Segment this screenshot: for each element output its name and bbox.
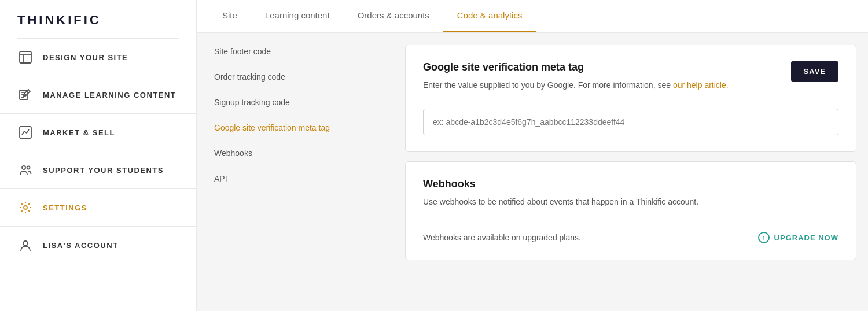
- card-header-row: Google site verification meta tag Enter …: [423, 61, 838, 103]
- sidebar-label-support: SUPPORT YOUR STUDENTS: [43, 166, 164, 175]
- tab-code-analytics[interactable]: Code & analytics: [443, 0, 536, 32]
- layout-icon: [17, 49, 34, 65]
- sidebar-item-account[interactable]: LISA'S ACCOUNT: [0, 227, 196, 264]
- sidebar-item-learning[interactable]: MANAGE LEARNING CONTENT: [0, 76, 196, 114]
- webhooks-title: Webhooks: [423, 178, 838, 190]
- tab-learning-content[interactable]: Learning content: [251, 0, 344, 32]
- chart-icon: [17, 124, 34, 140]
- sidebar-item-settings[interactable]: SETTINGS: [0, 189, 196, 227]
- users-icon: [17, 162, 34, 178]
- sidebar-label-account: LISA'S ACCOUNT: [43, 241, 119, 250]
- sidebar-label-market: MARKET & SELL: [43, 128, 115, 137]
- person-icon: [17, 237, 34, 253]
- save-button[interactable]: SAVE: [791, 61, 838, 82]
- sidebar-label-design: DESIGN YOUR SITE: [43, 53, 128, 62]
- webhooks-card: Webhooks Use webhooks to be notified abo…: [405, 161, 856, 260]
- upgrade-label: UPGRADE NOW: [774, 234, 838, 242]
- right-panel: Google site verification meta tag Enter …: [393, 33, 868, 311]
- svg-rect-0: [20, 51, 31, 63]
- google-meta-title: Google site verification meta tag Enter …: [423, 61, 729, 103]
- sidebar-label-learning: MANAGE LEARNING CONTENT: [43, 91, 176, 99]
- sidebar: THINKIFIC DESIGN YOUR SITE MANAGE LEARNI…: [0, 0, 197, 311]
- svg-point-8: [22, 166, 25, 169]
- content-area: Site footer code Order tracking code Sig…: [197, 33, 868, 311]
- gear-icon: [17, 199, 34, 216]
- logo: THINKIFIC: [17, 13, 179, 28]
- google-meta-description: Enter the value supplied to you by Googl…: [423, 79, 729, 91]
- main-area: Site Learning content Orders & accounts …: [197, 0, 868, 311]
- upgrade-now-link[interactable]: ↑ UPGRADE NOW: [758, 232, 838, 243]
- sidebar-label-settings: SETTINGS: [43, 203, 87, 212]
- sidebar-item-market[interactable]: MARKET & SELL: [0, 114, 196, 151]
- tab-site[interactable]: Site: [208, 0, 251, 32]
- logo-area: THINKIFIC: [0, 0, 196, 38]
- webhooks-footer: Webhooks are available on upgraded plans…: [423, 220, 838, 243]
- sub-item-site-footer[interactable]: Site footer code: [197, 39, 393, 64]
- svg-point-9: [27, 166, 30, 169]
- upgrade-circle-icon: ↑: [758, 232, 770, 243]
- edit-icon: [17, 87, 34, 103]
- webhooks-description: Use webhooks to be notified about events…: [423, 196, 838, 208]
- sidebar-item-support[interactable]: SUPPORT YOUR STUDENTS: [0, 151, 196, 189]
- sub-item-signup-tracking[interactable]: Signup tracking code: [197, 90, 393, 115]
- sidebar-item-design[interactable]: DESIGN YOUR SITE: [0, 39, 196, 76]
- meta-tag-input[interactable]: [423, 109, 838, 135]
- svg-point-10: [24, 206, 27, 209]
- sub-item-google-meta[interactable]: Google site verification meta tag: [197, 115, 393, 140]
- sub-item-api[interactable]: API: [197, 166, 393, 191]
- tab-orders-accounts[interactable]: Orders & accounts: [344, 0, 443, 32]
- sub-item-webhooks[interactable]: Webhooks: [197, 140, 393, 166]
- sub-item-order-tracking[interactable]: Order tracking code: [197, 64, 393, 90]
- svg-point-11: [23, 241, 28, 246]
- sub-sidebar: Site footer code Order tracking code Sig…: [197, 33, 393, 311]
- webhooks-upgrade-notice: Webhooks are available on upgraded plans…: [423, 233, 581, 242]
- google-meta-card: Google site verification meta tag Enter …: [405, 45, 856, 152]
- help-article-link[interactable]: our help article.: [673, 80, 729, 90]
- tabs-bar: Site Learning content Orders & accounts …: [197, 0, 868, 33]
